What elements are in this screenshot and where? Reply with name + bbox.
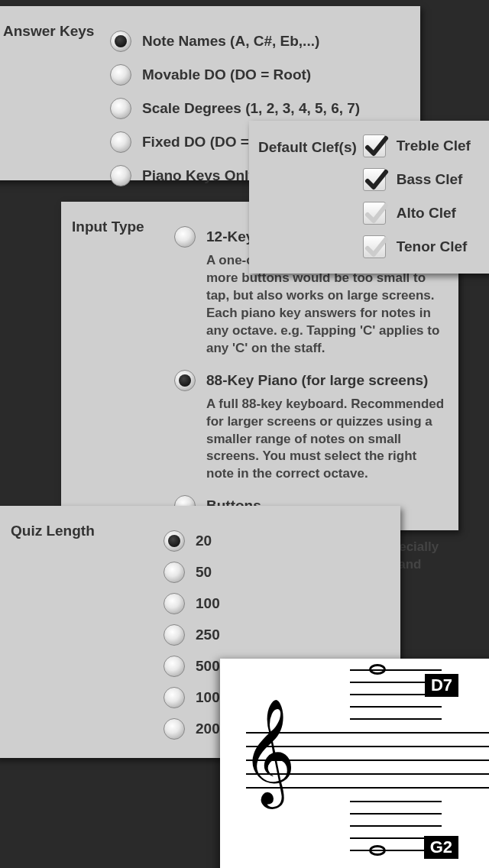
radio-button[interactable] (164, 593, 185, 614)
radio-label: 50 (196, 562, 212, 583)
checkmark-icon (363, 134, 389, 160)
default-clefs-options: Treble Clef Bass Clef Alto Clef Tenor Cl… (363, 134, 471, 269)
clef-option[interactable]: Alto Clef (363, 202, 471, 225)
note-label-bottom: G2 (424, 836, 458, 859)
treble-clef-icon: 𝄞 (241, 706, 296, 798)
radio-label: Fixed DO (DO = C (142, 131, 264, 153)
checkbox-label: Treble Clef (397, 138, 471, 154)
radio-button[interactable] (110, 64, 131, 86)
clef-option[interactable]: Treble Clef (363, 134, 471, 157)
whole-note-icon (369, 664, 386, 675)
radio-label: Piano Keys Only (142, 165, 257, 186)
clef-option[interactable]: Tenor Clef (363, 235, 471, 258)
answer-key-option[interactable]: Note Names (A, C#, Eb,...) (110, 31, 406, 52)
radio-label: 88-Key Piano (for large screens) (206, 370, 428, 391)
radio-label: Scale Degrees (1, 2, 3, 4, 5, 6, 7) (142, 98, 360, 119)
checkbox-label: Alto Clef (397, 205, 456, 222)
default-clefs-panel: Default Clef(s) Treble Clef Bass Clef Al… (249, 121, 489, 274)
quiz-length-option[interactable]: 250 (164, 624, 387, 646)
checkmark-icon (363, 235, 389, 261)
clef-option[interactable]: Bass Clef (363, 168, 471, 191)
radio-button[interactable] (110, 165, 131, 186)
checkbox-label: Bass Clef (397, 171, 463, 188)
radio-button[interactable] (110, 98, 131, 119)
radio-button[interactable] (164, 718, 185, 740)
checkbox-label: Tenor Clef (397, 238, 468, 255)
radio-label: 250 (196, 624, 220, 646)
radio-button[interactable] (174, 226, 196, 248)
input-type-option[interactable]: 88-Key Piano (for large screens) (174, 370, 445, 391)
answer-keys-title: Answer Keys (3, 23, 94, 40)
radio-button[interactable] (164, 656, 185, 677)
radio-button[interactable] (174, 370, 196, 391)
radio-label: 100 (196, 593, 220, 614)
radio-label: Note Names (A, C#, Eb,...) (142, 31, 319, 52)
radio-label: 500 (196, 656, 220, 677)
checkmark-icon (363, 201, 389, 227)
staff-preview-panel: D7 𝄞 G2 (220, 659, 489, 868)
checkbox[interactable] (363, 235, 386, 258)
answer-key-option[interactable]: Scale Degrees (1, 2, 3, 4, 5, 6, 7) (110, 98, 406, 119)
radio-label: Movable DO (DO = Root) (142, 64, 311, 86)
radio-button[interactable] (110, 31, 131, 52)
checkbox[interactable] (363, 168, 386, 191)
input-type-title: Input Type (72, 219, 144, 235)
checkmark-icon (363, 167, 389, 193)
note-label-top: D7 (425, 674, 458, 697)
radio-label: 20 (196, 530, 212, 552)
quiz-length-option[interactable]: 100 (164, 593, 387, 614)
checkbox[interactable] (363, 134, 386, 157)
radio-button[interactable] (164, 687, 185, 708)
default-clefs-title: Default Clef(s) (258, 139, 357, 156)
input-type-desc: A full 88-key keyboard. Recommended for … (206, 396, 445, 484)
quiz-length-option[interactable]: 50 (164, 562, 387, 583)
radio-button[interactable] (164, 624, 185, 646)
quiz-length-option[interactable]: 20 (164, 530, 387, 552)
radio-button[interactable] (110, 131, 131, 153)
quiz-length-title: Quiz Length (11, 523, 95, 539)
radio-button[interactable] (164, 530, 185, 552)
checkbox[interactable] (363, 202, 386, 225)
radio-button[interactable] (164, 562, 185, 583)
whole-note-icon (369, 845, 386, 856)
answer-key-option[interactable]: Movable DO (DO = Root) (110, 64, 406, 86)
